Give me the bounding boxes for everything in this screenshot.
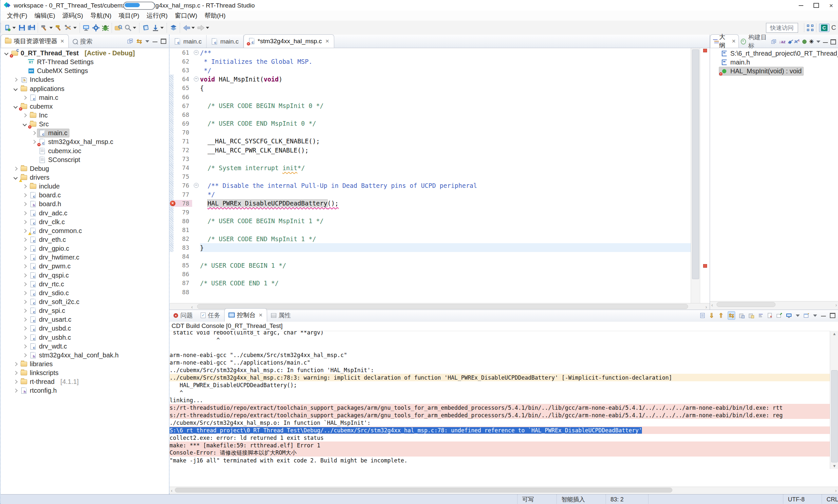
c-perspective-button[interactable]: C — [819, 23, 830, 32]
scroll-left-icon[interactable]: ‹ — [171, 488, 173, 493]
console-line[interactable]: ../cubemx/Src/stm32g4xx_hal_msp.c: In fu… — [170, 366, 830, 374]
word-wrap-icon[interactable] — [749, 313, 754, 319]
tab-problems[interactable]: 问题 — [170, 309, 197, 322]
chevron-icon[interactable] — [22, 282, 27, 286]
outline-item[interactable]: HAL_MspInit(void) : void — [710, 67, 838, 76]
link-with-editor-icon[interactable]: ⇆ — [137, 37, 142, 45]
console-line[interactable]: Console-Error: 请修改链接脚本以扩大ROM大小 — [170, 449, 830, 456]
build-project-icon[interactable] — [54, 23, 63, 32]
tree-item[interactable]: RT-Thread Settings — [1, 58, 168, 67]
code-line[interactable]: 64 void HAL_MspInit(void) — [170, 75, 691, 84]
chevron-icon[interactable] — [22, 300, 27, 304]
close-icon[interactable]: ✕ — [325, 38, 329, 44]
menu-item[interactable]: 文件(F) — [3, 12, 31, 20]
external-tools-dropdown-icon[interactable] — [73, 27, 76, 29]
chevron-icon[interactable] — [22, 238, 27, 242]
chevron-icon[interactable] — [22, 211, 27, 215]
chevron-icon[interactable] — [22, 353, 27, 357]
tree-item[interactable]: Inc — [1, 111, 168, 120]
tree-item[interactable]: drv_gpio.c — [1, 244, 168, 253]
code-line[interactable]: 85 /* USER CODE BEGIN 1 */ — [170, 261, 691, 270]
open-resource-icon[interactable] — [114, 23, 123, 32]
console-line[interactable]: ../cubemx/Src/stm32g4xx_hal_msp.c:78:3: … — [170, 374, 830, 381]
back-icon[interactable] — [182, 23, 191, 32]
code-line[interactable]: 63 */ — [170, 66, 691, 75]
close-icon[interactable]: ✕ — [732, 38, 736, 44]
gear-icon[interactable] — [91, 23, 100, 32]
tree-item[interactable]: drv_soft_i2c.c — [1, 298, 168, 306]
view-menu-icon[interactable] — [145, 40, 149, 42]
code-line[interactable]: 74 /* System interrupt init*/ — [170, 163, 691, 172]
chevron-icon[interactable] — [14, 176, 18, 180]
sort-icon[interactable]: ↓az — [779, 39, 786, 44]
code-text[interactable]: */ — [200, 190, 691, 199]
minimize-icon[interactable] — [153, 40, 158, 42]
tree-item[interactable]: drv_usbd.c — [1, 324, 168, 333]
tab-outline[interactable]: 大纲 ✕ — [710, 34, 739, 48]
search-dropdown-icon[interactable] — [133, 27, 136, 29]
bug-icon[interactable] — [101, 23, 110, 32]
maximize-icon[interactable] — [830, 313, 835, 318]
help-book-icon[interactable] — [141, 23, 150, 32]
console-line[interactable]: collect2.exe: error: ld returned 1 exit … — [170, 434, 830, 442]
code-line[interactable]: 72 __HAL_RCC_PWR_CLK_ENABLE(); — [170, 146, 691, 155]
scroll-right-icon[interactable]: › — [706, 304, 707, 310]
scroll-up-icon[interactable]: ▲ — [830, 331, 838, 336]
scrollbar-thumb[interactable] — [197, 304, 688, 309]
console-document-icon[interactable] — [700, 313, 705, 318]
display-console-icon[interactable] — [786, 313, 792, 318]
console-line[interactable]: "make -j16 all" terminated with exit cod… — [170, 456, 830, 464]
scroll-down-icon[interactable]: ▼ — [830, 464, 838, 468]
tree-item[interactable]: drv_common.c — [1, 227, 168, 235]
code-text[interactable] — [200, 252, 691, 261]
link-console-icon[interactable]: ⇆ — [728, 311, 735, 320]
menu-item[interactable]: 项目(P) — [115, 12, 143, 20]
editor-tab[interactable]: *stm32g4xx_hal_msp.c ✕ — [244, 34, 334, 48]
flash-dropdown-icon[interactable] — [160, 27, 164, 29]
tree-item[interactable]: drv_qspi.c — [1, 271, 168, 280]
code-text[interactable]: HAL_PWREx_DisableUCPDDeadBattery(); — [200, 199, 691, 208]
scrollbar-thumb[interactable] — [692, 50, 699, 279]
code-line[interactable]: 76 /** Disable the internal Pull-Up in D… — [170, 181, 691, 190]
debug-monitor-icon[interactable] — [82, 23, 91, 32]
fold-column[interactable] — [192, 183, 200, 188]
scrollbar-thumb[interactable] — [175, 488, 672, 492]
tab-console[interactable]: 控制台✕ — [224, 308, 267, 322]
tree-item[interactable]: drivers — [1, 173, 168, 182]
tree-item[interactable]: Src — [1, 120, 168, 129]
chevron-icon[interactable] — [22, 265, 27, 269]
build-icon[interactable] — [40, 23, 49, 32]
maximize-button[interactable] — [808, 0, 824, 11]
chevron-icon[interactable] — [22, 229, 27, 233]
code-line[interactable]: 78 HAL_PWREx_DisableUCPDDeadBattery(); — [170, 199, 691, 208]
chevron-icon[interactable] — [32, 140, 36, 144]
chevron-icon[interactable] — [22, 327, 27, 331]
code-line[interactable]: 80 /* USER CODE BEGIN MspInit 1 */ — [170, 217, 691, 226]
code-text[interactable] — [200, 208, 691, 217]
tab-tasks[interactable]: 任务 — [197, 309, 224, 322]
tree-item[interactable]: drv_hwtimer.c — [1, 253, 168, 262]
tree-item[interactable]: 0_RT_Thread_Test [Active - Debug] — [1, 49, 168, 58]
build-dropdown-icon[interactable] — [50, 27, 53, 29]
console-line[interactable]: static void reboot(uint8_t argc, char **… — [170, 331, 830, 336]
outline-item[interactable]: S:\6_rt_thread_project\0_RT_Thread_Test — [710, 49, 838, 58]
code-text[interactable]: */ — [200, 66, 691, 75]
chevron-icon[interactable] — [14, 166, 18, 171]
tree-item[interactable]: drv_clk.c — [1, 218, 168, 227]
chevron-icon[interactable] — [22, 336, 27, 340]
back-dropdown-icon[interactable] — [192, 27, 195, 29]
console-line[interactable]: ^ — [170, 336, 830, 344]
tree-item[interactable]: cubemx.ioc — [1, 147, 168, 156]
layers-icon[interactable] — [169, 23, 178, 32]
open-console-dropdown-icon[interactable] — [813, 314, 817, 317]
tab-project-explorer[interactable]: 项目资源管理器 ✕ — [1, 34, 69, 48]
scroll-right-icon[interactable]: › — [835, 302, 837, 308]
chevron-icon[interactable] — [22, 95, 27, 100]
chevron-icon[interactable] — [22, 318, 27, 322]
tree-item[interactable]: libraries — [1, 360, 168, 368]
console-line[interactable] — [170, 464, 830, 469]
next-error-icon[interactable]: ⇓ — [709, 311, 715, 320]
overview-error-marker[interactable] — [703, 49, 707, 52]
external-tools-icon[interactable] — [64, 23, 73, 32]
display-console-dropdown-icon[interactable] — [796, 314, 800, 317]
